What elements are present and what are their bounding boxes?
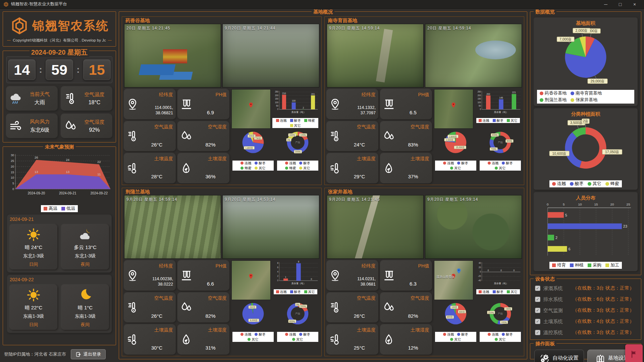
sensor-value: 29°C <box>343 174 376 180</box>
video-feed[interactable]: 9月20日 星期五 14:59:14 <box>327 24 424 87</box>
chart-legend: 药香谷基地南寺育苗基地荆蒲兰基地张家井基地 <box>537 90 634 104</box>
sensor-label: 土壤温度 <box>343 327 376 333</box>
svg-text:产能: 产能 <box>498 141 503 144</box>
sensor-value: 82% <box>194 313 227 319</box>
planting-area-pie-chart: 6,000亩200亩连翘酸枣其它 <box>231 300 275 355</box>
svg-text:0: 0 <box>12 187 14 191</box>
close-button[interactable]: × <box>629 2 641 7</box>
location-pin-icon <box>329 98 341 111</box>
test-tubes-icon <box>180 98 193 111</box>
soil-moisture-icon <box>180 333 193 346</box>
svg-text:700吨: 700吨 <box>491 148 497 150</box>
svg-text:0: 0 <box>500 269 502 272</box>
device-checkbox[interactable]: ✓ <box>535 308 540 313</box>
svg-text:11: 11 <box>97 172 101 176</box>
sensor-value: 24°C <box>343 142 376 148</box>
satellite-map[interactable]: 清凉山滑雪场 <box>434 260 473 300</box>
humidity-icon <box>382 130 395 142</box>
humidity-icon <box>180 130 193 142</box>
svg-text:8: 8 <box>277 262 278 264</box>
sensor-card: 土壤湿度 31% <box>178 324 229 355</box>
svg-text:30: 30 <box>11 154 14 157</box>
sensor-card: PH值 6.5 <box>380 89 432 119</box>
maximize-button[interactable]: □ <box>614 2 626 7</box>
sensor-value: 31% <box>194 345 227 351</box>
sensor-label: 空气温度 <box>343 124 376 130</box>
svg-text:25: 25 <box>11 159 14 163</box>
device-checkbox[interactable]: ✓ <box>535 286 540 291</box>
video-feed[interactable]: 20日 星期五 14:59:14 <box>425 24 522 87</box>
video-timestamp: 9月20日 星期五 14:53:14 <box>225 197 275 202</box>
base-panel: 荆蒲兰基地 9月20日 星期五 14:59:14 9月20日 星期五 14:53… <box>122 188 322 356</box>
device-status: （在线数：6台 状态：正常） <box>573 296 634 302</box>
video-feed[interactable]: 20日 星期五 14:21:45 <box>124 24 221 87</box>
air-thermometer-icon <box>64 92 77 105</box>
forecast-wind: 东南1-3级 <box>63 313 108 319</box>
chart-legend: 连翘酸枣蜂蜜其它 <box>232 161 274 171</box>
sensor-value: 6.5 <box>397 110 429 116</box>
device-status: （在线数：4台 状态：正常） <box>573 318 634 324</box>
video-feed[interactable]: 9月20日 星期五 14:59:14 <box>124 195 221 259</box>
weather-label: 当前天气 <box>24 91 55 98</box>
current-weather-grid: 当前天气 大雨 空气温度 18°C 风向风力 东北6级 空气湿度 92% <box>3 86 116 142</box>
staff-hbar-chart: 051015202552326培育种植采购加工 <box>536 202 636 269</box>
chart-legend: 连翘酸枣其它 <box>277 332 319 342</box>
svg-text:600亩: 600亩 <box>459 311 465 313</box>
capacity-donut-chart: 150吨100吨210吨产能连翘酸枣其它 <box>479 300 522 355</box>
svg-text:0: 0 <box>487 269 489 272</box>
svg-text:40: 40 <box>479 262 481 264</box>
svg-text:150: 150 <box>275 98 278 100</box>
sensor-value: 12% <box>397 345 429 351</box>
satellite-map[interactable] <box>434 89 473 129</box>
sensor-card: 经纬度 114.00238, 38.0222 <box>124 260 176 291</box>
forecast-title: 未来气象预测 <box>43 144 76 150</box>
left-sidebar: 锦翘智农系统 Copyright©锦翘科技（河北）有限公司 . Develop … <box>3 11 116 359</box>
sensor-card: 经纬度 114.0231, 38.0681 <box>327 260 378 291</box>
device-checkbox[interactable]: ✓ <box>535 319 540 324</box>
video-feed[interactable]: 9月20日 星期五 14:21:45 <box>327 195 424 259</box>
inventory-bar-chart: 0501001502002502101002201库存量（吨）连翘酸枣蜂蜜其它 <box>272 89 319 129</box>
svg-text:2: 2 <box>303 107 304 109</box>
video-feed[interactable]: 9月20日 星期五 14:21:44 <box>222 24 319 87</box>
minimize-button[interactable]: ─ <box>600 2 612 7</box>
sensor-card: 土壤温度 29°C <box>327 153 378 183</box>
flag-badge[interactable] <box>625 344 643 362</box>
svg-text:2024-09-21: 2024-09-21 <box>59 191 76 195</box>
sensor-card: 空气湿度 83% <box>380 121 432 152</box>
video-feed[interactable]: 9月20日 星期五 14:59:14 <box>425 195 522 259</box>
video-timestamp: 20日 星期五 14:21:45 <box>126 25 170 31</box>
satellite-map[interactable] <box>231 89 271 129</box>
svg-text:200亩: 200亩 <box>250 306 256 309</box>
device-checkbox[interactable]: ✓ <box>535 330 540 335</box>
forecast-day-panel: 2024-09-22 晴 22°C 东南1-3级 日间 晴 1°C 东南1-3级… <box>7 275 112 333</box>
clock-separator: : <box>76 64 79 75</box>
svg-text:库存量（吨）: 库存量（吨） <box>291 111 306 114</box>
video-feed[interactable]: 9月20日 星期五 14:53:14 <box>222 195 319 259</box>
device-name: 空气监测 <box>543 307 570 314</box>
sensor-card: 经纬度 114.1332, 37.7097 <box>327 89 378 119</box>
video-timestamp: 20日 星期五 14:59:14 <box>427 25 471 31</box>
sensor-label: 空气温度 <box>141 124 173 130</box>
weather-value: 东北6级 <box>24 127 55 134</box>
device-name: 温控系统 <box>543 329 570 336</box>
svg-text:10,600亩: 10,600亩 <box>552 152 567 155</box>
location-pin-icon <box>126 269 139 282</box>
satellite-map[interactable] <box>231 260 271 300</box>
svg-text:2吨: 2吨 <box>287 139 291 141</box>
device-checkbox[interactable]: ✓ <box>535 297 540 302</box>
data-overview-panel: 数据概览 基地面积 3,000亩29,000亩7,000亩2,000亩药香谷基地… <box>530 11 641 275</box>
svg-text:900吨: 900吨 <box>506 140 513 142</box>
sensor-card: 空气温度 26°C <box>124 293 176 323</box>
forecast-weather: 晴 24°C <box>11 244 56 251</box>
forecast-date: 2024-09-21 <box>10 217 109 222</box>
sensor-label: 空气温度 <box>141 295 173 301</box>
base-panel: 药香谷基地 20日 星期五 14:21:45 9月20日 星期五 14:21:4… <box>122 16 322 185</box>
capacity-donut-chart: 900吨700吨400吨产能连翘酸枣其它 <box>479 129 522 183</box>
svg-text:库存量（吨）: 库存量（吨） <box>291 282 306 285</box>
sensor-value: 30°C <box>141 345 173 351</box>
cloud-moon-icon <box>78 227 93 242</box>
device-status-panel: 设备状态 ✓ 灌溉系统 （在线数：3台 状态：正常） ✓ 排水系统 （在线数：6… <box>530 279 641 340</box>
automation-settings-button[interactable]: 自动化设置 <box>534 350 584 362</box>
logout-button[interactable]: 退出登录 <box>71 349 106 359</box>
brand-hexagon-icon <box>10 16 29 35</box>
